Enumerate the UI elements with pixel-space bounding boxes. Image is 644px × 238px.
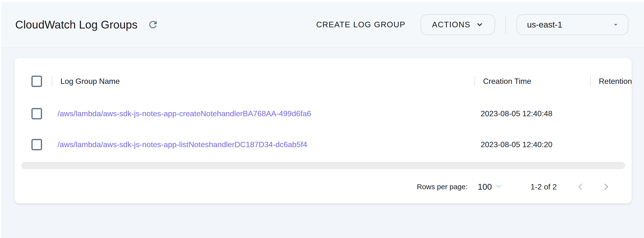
page-header: CloudWatch Log Groups CREATE LOG GROUP A…	[0, 2, 644, 48]
actions-button-label: ACTIONS	[432, 20, 470, 29]
row-checkbox[interactable]	[32, 108, 42, 119]
creation-time-value: 2023-08-05 12:40:48	[474, 109, 590, 118]
chevron-down-icon	[476, 21, 484, 28]
table-scroll-area: Log Group Name Creation Time Retention /…	[14, 64, 632, 160]
window-top-edge	[0, 0, 644, 2]
actions-button[interactable]: ACTIONS	[420, 14, 495, 35]
log-groups-card: Log Group Name Creation Time Retention /…	[14, 58, 632, 204]
column-header-retention: Retention	[590, 64, 632, 98]
next-page-button[interactable]	[599, 180, 613, 194]
pagination-bar: Rows per page: 100 1-2 of 2	[14, 171, 632, 202]
table-row: /aws/lambda/aws-sdk-js-notes-app-createN…	[14, 98, 632, 129]
select-all-checkbox[interactable]	[32, 76, 42, 87]
log-group-link[interactable]: /aws/lambda/aws-sdk-js-notes-app-createN…	[58, 109, 311, 118]
chevron-left-icon	[575, 182, 586, 192]
table-header-row: Log Group Name Creation Time Retention	[14, 64, 632, 98]
previous-page-button[interactable]	[574, 180, 587, 194]
caret-down-icon	[612, 20, 620, 29]
rows-per-page-select[interactable]: 100	[478, 182, 502, 192]
log-groups-table: Log Group Name Creation Time Retention /…	[14, 64, 632, 160]
header-actions-group: CREATE LOG GROUP ACTIONS us-east-1	[310, 14, 644, 35]
caret-down-icon	[495, 185, 502, 189]
log-group-link[interactable]: /aws/lambda/aws-sdk-js-notes-app-listNot…	[58, 140, 307, 149]
creation-time-value: 2023-08-05 12:40:20	[474, 140, 590, 149]
column-header-creation-time: Creation Time	[474, 64, 590, 98]
row-checkbox[interactable]	[32, 139, 42, 150]
region-selector[interactable]: us-east-1	[516, 14, 628, 35]
refresh-button[interactable]	[146, 18, 160, 32]
region-selected-value: us-east-1	[527, 20, 562, 30]
header-divider	[505, 15, 506, 34]
rows-per-page-label: Rows per page:	[417, 183, 468, 191]
refresh-icon	[148, 19, 158, 30]
window-left-edge	[0, 0, 1, 238]
page-title: CloudWatch Log Groups	[15, 18, 138, 31]
horizontal-scrollbar	[14, 160, 632, 171]
pagination-range-label: 1-2 of 2	[530, 182, 557, 191]
horizontal-scrollbar-thumb[interactable]	[21, 162, 625, 169]
column-header-log-group-name: Log Group Name	[52, 64, 474, 98]
create-log-group-button[interactable]: CREATE LOG GROUP	[310, 16, 411, 34]
chevron-right-icon	[601, 182, 612, 192]
rows-per-page-value: 100	[478, 182, 492, 192]
table-row: /aws/lambda/aws-sdk-js-notes-app-listNot…	[14, 129, 632, 160]
